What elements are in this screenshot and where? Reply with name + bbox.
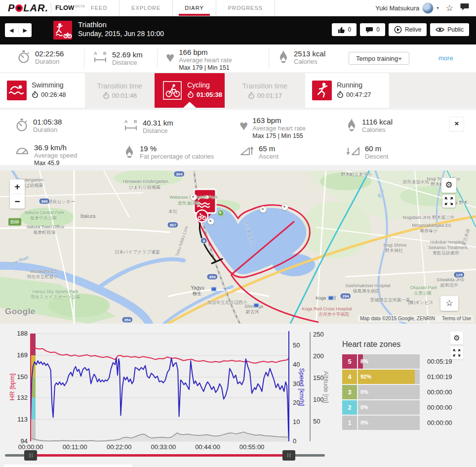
map-label: Himawari Kindergarten: [123, 179, 168, 184]
map-label: 青藍荘診療所: [433, 250, 459, 256]
terms-of-use-link[interactable]: Terms of Use: [442, 316, 471, 321]
zone-bar: 0%: [358, 385, 420, 399]
map-label: 柳生: [193, 291, 201, 297]
favorites-star-icon[interactable]: ☆: [446, 3, 453, 13]
next-panel-preview: [4, 465, 132, 467]
zone-percent: 0%: [360, 420, 368, 425]
road-badge: 367: [167, 222, 178, 228]
segment-running[interactable]: Running 00:47:27: [305, 73, 389, 108]
map-label: Sōwakita JHS: [436, 277, 464, 282]
axis-tick: 10: [293, 418, 300, 425]
next-session-button[interactable]: ▶: [19, 23, 32, 37]
like-button[interactable]: 0: [332, 23, 357, 36]
axis-tick: 50: [293, 341, 300, 349]
map-label: Itakura: [80, 213, 96, 219]
zone-number: 3: [342, 385, 357, 399]
zone-number: 4: [342, 370, 357, 384]
timeline-slider-left-handle[interactable]: [24, 450, 37, 461]
map-label: 総和北中: [440, 282, 458, 289]
map-label: 新古河: [246, 309, 259, 315]
timeline-slider-right-handle[interactable]: [282, 450, 295, 461]
time-tick: 00:00:00: [18, 443, 43, 451]
distance-a-b-icon: AB: [93, 50, 108, 65]
feedback-chat-icon[interactable]: [460, 3, 469, 13]
route-map[interactable]: Kindergartenまきば幼稚園Himawari Kindergartenひ…: [0, 170, 476, 324]
nav-right: Yuki Matsukura ▾ ☆: [375, 0, 469, 16]
nav-item-progress[interactable]: PROGRESS: [216, 0, 275, 16]
map-label: (株)ギンビス: [408, 299, 434, 306]
segment-cycling-selected[interactable]: Cycling 01:05:38: [155, 73, 225, 108]
zone-time: 00:00:00: [427, 416, 452, 430]
zone-time: 00:00:00: [427, 385, 452, 399]
cycling-details-panel: 01:05:38Duration AB 40.31 kmDistance ♥ 1…: [0, 110, 476, 165]
nav-item-explore[interactable]: EXPLORE: [119, 0, 173, 16]
map-fullscreen-icon[interactable]: [442, 195, 455, 208]
more-link[interactable]: more: [438, 54, 453, 62]
chart-fullscreen-icon[interactable]: [450, 346, 463, 359]
heart-icon: ♥: [166, 51, 174, 64]
speed-axis-title: Speed [km/h]: [298, 368, 306, 406]
nav-item-diary[interactable]: DIARY: [173, 0, 216, 16]
comment-bubble-icon: [365, 26, 373, 34]
thumb-up-icon: [337, 26, 345, 34]
axis-tick: 0: [293, 437, 296, 445]
time-tick: 00:55:00: [239, 443, 265, 451]
altitude-axis-title: Altitude [m]: [322, 371, 330, 403]
segment-transition-2[interactable]: Transition time 00:01:17: [225, 73, 305, 108]
polar-logo[interactable]: PLAR.: [8, 2, 48, 14]
hr-zone-row: 10%00:00:00: [342, 416, 452, 430]
svg-text:A: A: [124, 119, 128, 124]
map-label: ひまわり幼稚園: [129, 184, 160, 191]
zone-percent: 92%: [360, 374, 371, 380]
axis-tick: 113: [8, 416, 28, 423]
activity-datetime: Sunday, 2015, Jun 28 10:00: [78, 30, 164, 38]
axis-tick: 50: [313, 418, 320, 425]
visibility-button[interactable]: Public: [430, 23, 469, 36]
zoom-out-button[interactable]: −: [10, 194, 25, 209]
map-label: 本社: [168, 209, 177, 215]
map-label: 古河赤十字病院: [318, 311, 350, 318]
triathlon-sport-icon: [53, 21, 72, 40]
timeline-slider-selection[interactable]: [31, 454, 289, 457]
road-badge: 125: [453, 272, 465, 278]
axis-tick: 250: [313, 331, 324, 338]
user-menu[interactable]: Yuki Matsukura ▾: [375, 2, 438, 14]
map-label: 羽生市立村君小: [27, 274, 58, 280]
clock-icon: [103, 92, 110, 99]
summary-duration: 02:22:56Duration: [17, 49, 64, 66]
hr-zones-rows: 58%00:05:19492%01:00:1930%00:00:0020%00:…: [342, 354, 452, 431]
previous-session-button[interactable]: ◀: [5, 23, 18, 37]
relive-button[interactable]: Relive: [389, 23, 427, 36]
brand-divider: [51, 3, 51, 13]
poi-icon: [190, 194, 197, 201]
stopwatch-icon: [15, 118, 29, 134]
chart-settings-gear-icon[interactable]: ⚙: [450, 332, 463, 344]
zone-bar: 8%: [358, 354, 420, 369]
nav-item-feed[interactable]: FEED: [79, 0, 119, 16]
map-settings-gear-icon[interactable]: ⚙: [441, 178, 456, 193]
detail-fat-percentage: 19 %Fat percentage of calories: [123, 144, 214, 161]
comment-button[interactable]: 0: [360, 23, 385, 36]
road-badge: 354: [206, 274, 218, 280]
hr-zones-title: Heart rate zones: [342, 340, 400, 349]
map-favorite-star-icon[interactable]: ☆: [440, 296, 458, 311]
map-label: Minamiakatsuka ES: [412, 223, 451, 228]
map-label: Seiranso Treatment.: [428, 245, 468, 250]
hr-zone-row: 30%00:00:00: [342, 385, 452, 399]
segment-transition-1[interactable]: Transition time 00:01:46: [85, 73, 155, 108]
segment-swimming[interactable]: Swimming 00:26:48: [0, 73, 85, 108]
hr-zone-row: 492%01:00:19: [342, 370, 452, 384]
training-benefit-button[interactable]: Tempo training+: [349, 52, 409, 65]
zone-time: 00:05:19: [427, 354, 452, 369]
clock-icon: [248, 92, 255, 99]
road-badge: 364: [173, 171, 185, 177]
map-label: 茨城県立古河第一高: [370, 297, 410, 303]
city-badge: 館林: [8, 218, 21, 226]
close-details-button[interactable]: ×: [449, 117, 464, 131]
activity-actions: 0 0 Relive Public: [332, 23, 469, 36]
distance-a-b-icon: AB: [123, 119, 138, 133]
zone-time: 00:00:00: [427, 400, 452, 415]
zoom-in-button[interactable]: +: [10, 179, 25, 194]
play-icon: [394, 26, 402, 34]
map-label: Nogi Shrine: [383, 243, 406, 248]
